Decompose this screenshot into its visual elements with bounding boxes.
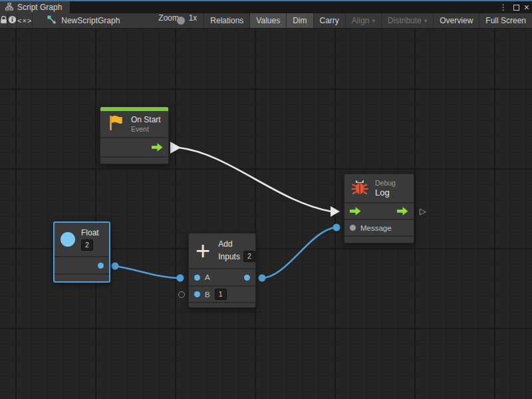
node-title: On Start bbox=[131, 115, 161, 124]
dim-label: Dim bbox=[293, 16, 307, 25]
exec-row: ▷ bbox=[344, 202, 414, 219]
lock-button[interactable] bbox=[0, 13, 8, 28]
input-b-value[interactable]: 1 bbox=[215, 289, 227, 300]
node-subtitle: Event bbox=[131, 125, 161, 133]
overview-label: Overview bbox=[440, 16, 473, 25]
wire-layer bbox=[0, 29, 532, 399]
lock-icon bbox=[0, 16, 7, 26]
inputs-label: Inputs bbox=[218, 252, 240, 261]
info-icon bbox=[8, 15, 17, 26]
chevron-down-icon: ▾ bbox=[372, 17, 376, 24]
zoom-label: Zoom bbox=[158, 13, 179, 28]
window-controls: ⋮ × bbox=[498, 1, 529, 13]
window-menu-icon[interactable]: ⋮ bbox=[498, 1, 509, 13]
tab-strip: Script Graph ⋮ × bbox=[0, 1, 532, 13]
wire-add-to-log-message[interactable] bbox=[259, 224, 340, 282]
close-icon[interactable]: × bbox=[524, 1, 529, 13]
carry-button[interactable]: Carry bbox=[313, 13, 345, 28]
tab-script-graph[interactable]: Script Graph bbox=[0, 1, 70, 13]
exec-output-row bbox=[100, 137, 168, 156]
node-add[interactable]: + Add Inputs 2 A B 1 bbox=[188, 233, 256, 308]
float-value-input[interactable]: 2 bbox=[81, 239, 93, 251]
relations-button[interactable]: Relations bbox=[203, 13, 249, 28]
zoom-slider-knob[interactable] bbox=[177, 17, 185, 25]
code-preview-button[interactable]: <×> bbox=[17, 13, 33, 28]
node-footer bbox=[55, 273, 109, 281]
node-footer bbox=[100, 156, 168, 164]
fullscreen-label: Full Screen bbox=[485, 16, 526, 25]
node-footer bbox=[189, 302, 255, 307]
wire-float-to-add-a[interactable] bbox=[112, 263, 184, 282]
tab-label: Script Graph bbox=[17, 3, 62, 12]
info-button[interactable] bbox=[8, 13, 17, 28]
input-b-row: B 1 bbox=[189, 285, 255, 302]
code-icon: <×> bbox=[17, 17, 32, 25]
carry-label: Carry bbox=[320, 16, 339, 25]
zoom-value: 1x bbox=[189, 13, 198, 28]
align-button[interactable]: Align ▾ bbox=[345, 13, 381, 28]
message-input-row: Message bbox=[344, 219, 414, 235]
input-b-port[interactable] bbox=[194, 291, 200, 297]
distribute-button[interactable]: Distribute ▾ bbox=[381, 13, 433, 28]
bug-icon bbox=[351, 178, 368, 199]
values-button[interactable]: Values bbox=[249, 13, 286, 28]
script-graph-window: Script Graph ⋮ × <×> NewScriptGraph bbox=[0, 0, 532, 399]
chevron-down-icon: ▾ bbox=[424, 17, 428, 24]
unconnected-value-indicator[interactable] bbox=[178, 291, 185, 298]
wire-end-dot bbox=[177, 275, 184, 282]
fullscreen-button[interactable]: Full Screen bbox=[479, 13, 532, 28]
wire-onstart-to-log[interactable] bbox=[170, 142, 340, 217]
overview-button[interactable]: Overview bbox=[433, 13, 479, 28]
node-footer bbox=[344, 235, 414, 243]
graph-toolbar: <×> NewScriptGraph Zoom 1x Relations Val… bbox=[0, 13, 532, 29]
maximize-icon[interactable] bbox=[513, 5, 519, 11]
values-label: Values bbox=[256, 16, 280, 25]
output-row bbox=[55, 256, 109, 273]
wire-start-arrow bbox=[170, 142, 181, 154]
align-label: Align bbox=[352, 16, 370, 25]
plus-icon: + bbox=[196, 241, 210, 261]
dim-button[interactable]: Dim bbox=[286, 13, 313, 28]
node-category: Debug bbox=[375, 179, 396, 187]
graph-name[interactable]: NewScriptGraph bbox=[61, 16, 120, 25]
graph-hierarchy-icon bbox=[5, 3, 13, 13]
unconnected-exec-indicator[interactable]: ▷ bbox=[420, 205, 426, 217]
relations-label: Relations bbox=[210, 16, 243, 25]
node-debug-log[interactable]: Debug Log ▷ Message bbox=[344, 174, 414, 243]
port-label: A bbox=[205, 273, 210, 281]
wire-start-dot bbox=[112, 263, 119, 270]
exec-output-port[interactable] bbox=[397, 207, 408, 215]
node-title: Float bbox=[81, 228, 99, 237]
float-output-port[interactable] bbox=[98, 263, 104, 269]
node-float[interactable]: Float 2 bbox=[53, 221, 110, 283]
float-type-icon bbox=[61, 232, 75, 247]
zoom-slider[interactable] bbox=[184, 13, 185, 29]
node-on-start[interactable]: On Start Event bbox=[100, 106, 169, 164]
input-a-row: A bbox=[189, 268, 255, 285]
input-a-port[interactable] bbox=[194, 275, 200, 281]
inputs-count-input[interactable]: 2 bbox=[243, 251, 255, 262]
exec-output-port[interactable] bbox=[152, 143, 163, 152]
wire-end-arrow bbox=[331, 206, 340, 217]
port-label: Message bbox=[360, 224, 392, 232]
graph-canvas[interactable]: On Start Event bbox=[0, 29, 532, 399]
node-title: Add bbox=[218, 239, 255, 249]
flag-icon bbox=[107, 114, 124, 134]
distribute-label: Distribute bbox=[388, 16, 422, 25]
graph-breadcrumb: NewScriptGraph bbox=[47, 13, 120, 28]
graph-asset-icon bbox=[47, 15, 57, 27]
node-title: Log bbox=[375, 188, 396, 198]
wire-end-dot bbox=[333, 224, 340, 231]
message-input-port[interactable] bbox=[350, 225, 356, 231]
port-label: B bbox=[205, 291, 210, 299]
exec-input-port[interactable] bbox=[350, 207, 361, 215]
wire-start-dot bbox=[259, 275, 266, 282]
add-output-port[interactable] bbox=[244, 275, 250, 281]
